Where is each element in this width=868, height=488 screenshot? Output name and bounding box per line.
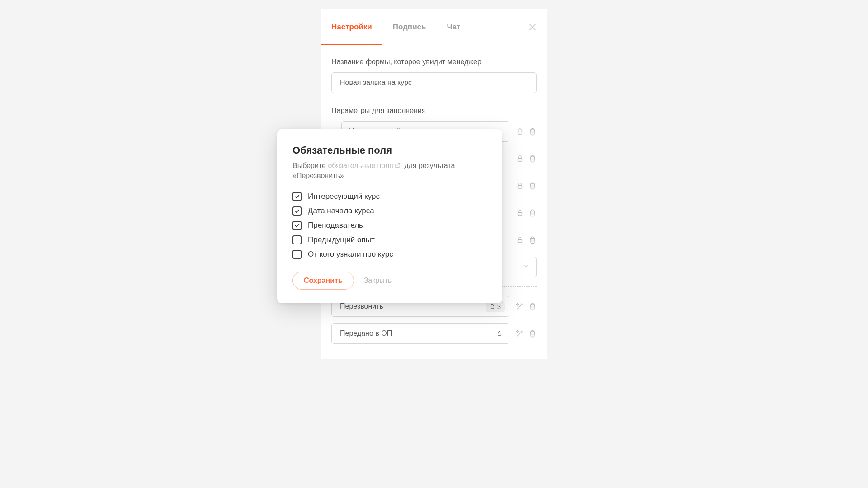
required-fields-link[interactable]: обязательные поля [328, 162, 393, 169]
checkbox[interactable] [292, 235, 302, 244]
checkbox-label: От кого узнали про курс [308, 250, 393, 259]
checkbox[interactable] [292, 250, 302, 259]
badge-count: 3 [497, 303, 501, 310]
svg-rect-0 [518, 131, 522, 134]
tab-signature[interactable]: Подпись [393, 9, 426, 45]
close-icon[interactable] [528, 22, 538, 32]
svg-rect-2 [518, 185, 522, 188]
checkbox[interactable] [292, 192, 302, 201]
params-label: Параметры для заполнения [331, 107, 537, 115]
checkbox-row[interactable]: Предыдущий опыт [292, 235, 487, 244]
trash-icon[interactable] [528, 302, 537, 310]
lock-open-badge[interactable] [495, 328, 505, 338]
result-row: Передано в ОП [331, 323, 537, 344]
form-name-label: Название формы, которое увидит менеджер [331, 58, 537, 66]
lock-open-icon[interactable] [516, 209, 524, 217]
popover-title: Обязательные поля [292, 145, 487, 156]
checkbox-label: Преподаватель [308, 221, 363, 230]
checkbox-label: Дата начала курса [308, 206, 374, 216]
checkbox-label: Предыдущий опыт [308, 235, 375, 244]
tabs: Настройки Подпись Чат [321, 9, 547, 45]
tab-settings[interactable]: Настройки [331, 9, 372, 45]
result-label: Передано в ОП [340, 329, 392, 338]
external-link-icon [394, 161, 401, 168]
close-button[interactable]: Закрыть [364, 277, 392, 285]
checkbox-row[interactable]: Преподаватель [292, 221, 487, 230]
svg-rect-4 [518, 239, 522, 243]
chevron-down-icon [523, 263, 529, 271]
lock-closed-icon[interactable] [516, 182, 524, 190]
checkbox-row[interactable]: От кого узнали про курс [292, 250, 487, 259]
svg-rect-5 [491, 306, 494, 308]
magic-wand-icon[interactable] [516, 329, 524, 338]
checkbox-row[interactable]: Дата начала курса [292, 206, 487, 216]
checkbox[interactable] [292, 206, 302, 216]
required-fields-popover: Обязательные поля Выберите обязательные … [277, 129, 502, 303]
trash-icon[interactable] [528, 182, 537, 190]
trash-icon[interactable] [528, 127, 537, 136]
trash-icon[interactable] [528, 329, 537, 338]
svg-rect-6 [498, 333, 501, 335]
svg-rect-1 [518, 158, 522, 161]
trash-icon[interactable] [528, 209, 537, 217]
popover-subtitle: Выберите обязательные поля для результат… [292, 161, 487, 181]
trash-icon[interactable] [528, 155, 537, 163]
lock-closed-icon[interactable] [516, 127, 524, 136]
save-button[interactable]: Сохранить [292, 272, 354, 290]
lock-closed-icon[interactable] [516, 155, 524, 163]
checkbox-row[interactable]: Интересующий курс [292, 192, 487, 201]
tab-chat[interactable]: Чат [447, 9, 461, 45]
lock-open-icon[interactable] [516, 236, 524, 244]
checkbox[interactable] [292, 221, 302, 230]
magic-wand-icon[interactable] [516, 302, 524, 310]
checkbox-label: Интересующий курс [308, 192, 380, 201]
result-item[interactable]: Передано в ОП [331, 323, 509, 344]
trash-icon[interactable] [528, 236, 537, 244]
result-label: Перезвонить [340, 302, 383, 310]
form-name-input[interactable] [331, 72, 537, 93]
svg-rect-3 [518, 212, 522, 216]
